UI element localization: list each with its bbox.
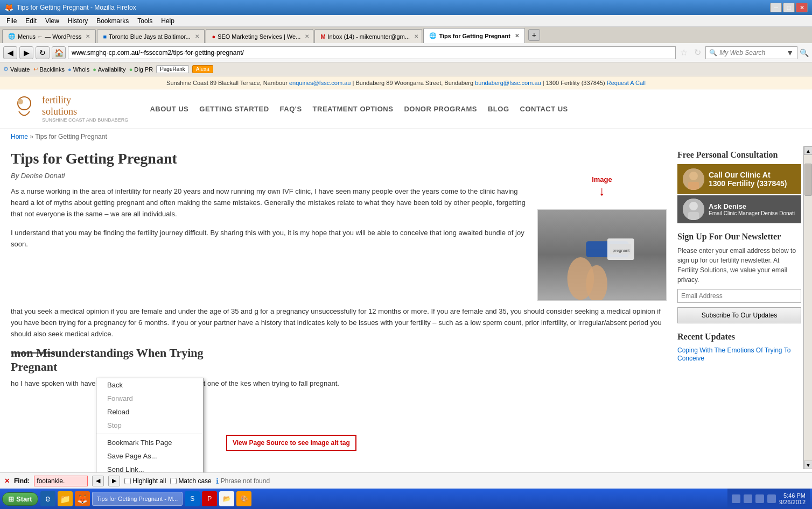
subscribe-button[interactable]: Subscribe To Our Updates bbox=[677, 307, 801, 323]
tab-icon: 🌐 bbox=[429, 32, 437, 39]
scroll-up-arrow[interactable]: ▲ bbox=[804, 146, 812, 155]
tab-seo[interactable]: ● SEO Marketing Services | We... ✕ bbox=[206, 29, 313, 43]
tab-close-icon[interactable]: ✕ bbox=[414, 33, 418, 39]
minimize-button[interactable]: ─ bbox=[770, 3, 782, 12]
search-engine-icon: 🔍 bbox=[709, 49, 717, 56]
tab-close-icon[interactable]: ✕ bbox=[86, 33, 90, 39]
pagerank-button[interactable]: PageRank bbox=[156, 65, 189, 73]
whois-label: Whois bbox=[73, 66, 90, 73]
tab-icon: ● bbox=[212, 33, 215, 40]
menu-edit[interactable]: Edit bbox=[21, 16, 41, 26]
nav-about[interactable]: ABOUT US bbox=[150, 105, 188, 113]
ctx-send-link[interactable]: Send Link... bbox=[96, 463, 203, 472]
breadcrumb-home[interactable]: Home bbox=[11, 133, 28, 140]
tray-icon-1[interactable] bbox=[732, 494, 740, 503]
search-input[interactable] bbox=[719, 49, 784, 56]
nav-blog[interactable]: BLOG bbox=[488, 105, 509, 113]
new-tab-button[interactable]: + bbox=[528, 29, 540, 41]
tray-network-icon[interactable] bbox=[755, 494, 764, 503]
ctx-reload[interactable]: Reload bbox=[96, 405, 203, 419]
find-next-button[interactable]: ▶ bbox=[108, 476, 120, 486]
call-label: Call Our Clinic At1300 Fertility (337845… bbox=[709, 171, 787, 188]
nav-contact[interactable]: CONTACT US bbox=[520, 105, 568, 113]
back-button[interactable]: ◀ bbox=[3, 46, 17, 59]
sidebar-recent-title: Recent Updates bbox=[677, 332, 801, 342]
firefox-icon: 🦊 bbox=[4, 3, 13, 12]
nav-getting-started[interactable]: GETTING STARTED bbox=[199, 105, 269, 113]
menu-help[interactable]: Help bbox=[157, 16, 179, 26]
refresh-icon[interactable]: ↻ bbox=[692, 47, 703, 58]
sidebar-ask-denise[interactable]: Ask Denise Email Clinic Manager Denise D… bbox=[677, 195, 801, 223]
tab-label: Menus ← — WordPress bbox=[18, 33, 81, 40]
taskbar-icon-3[interactable]: 📂 bbox=[219, 491, 234, 506]
logo-subtitle: SUNSHINE COAST AND BUNDABERG bbox=[42, 117, 128, 123]
taskbar-firefox-icon[interactable]: 🦊 bbox=[75, 491, 90, 506]
menu-file[interactable]: File bbox=[2, 16, 21, 26]
site-navigation: ABOUT US GETTING STARTED FAQ'S TREATMENT… bbox=[150, 105, 568, 113]
tab-close-icon[interactable]: ✕ bbox=[515, 33, 519, 39]
find-input[interactable] bbox=[34, 476, 88, 486]
search-go-button[interactable]: 🔍 bbox=[800, 48, 809, 57]
ctx-bookmark[interactable]: Bookmark This Page bbox=[96, 436, 203, 449]
digpr-button[interactable]: ● Dig PR bbox=[129, 66, 153, 73]
tray-icon-2[interactable] bbox=[744, 494, 752, 503]
taskbar-ie-icon[interactable]: e bbox=[40, 491, 55, 506]
sidebar-call-banner[interactable]: Call Our Clinic At1300 Fertility (337845… bbox=[677, 164, 801, 194]
nav-treatment[interactable]: TREATMENT OPTIONS bbox=[313, 105, 394, 113]
maximize-button[interactable]: □ bbox=[783, 3, 795, 12]
tab-bluejays[interactable]: ■ Toronto Blue Jays at Baltimor... ✕ bbox=[97, 29, 205, 43]
forward-button[interactable]: ▶ bbox=[19, 46, 33, 59]
home-button[interactable]: 🏠 bbox=[52, 46, 66, 59]
ask-denise-label: Ask Denise bbox=[709, 202, 795, 210]
nav-donor[interactable]: DONOR PROGRAMS bbox=[404, 105, 477, 113]
menu-view[interactable]: View bbox=[41, 16, 64, 26]
ctx-stop: Stop bbox=[96, 419, 203, 432]
start-button[interactable]: ⊞ Start bbox=[2, 492, 38, 506]
menu-tools[interactable]: Tools bbox=[133, 16, 157, 26]
email-address-input[interactable] bbox=[677, 289, 801, 303]
taskbar-window-label[interactable]: Tips for Getting Pregnant - M... bbox=[92, 492, 183, 506]
tray-volume-icon[interactable] bbox=[767, 494, 776, 503]
find-previous-button[interactable]: ◀ bbox=[92, 476, 104, 486]
taskbar-icon-4[interactable]: 🎨 bbox=[236, 491, 251, 506]
ctx-save-page[interactable]: Save Page As... bbox=[96, 449, 203, 463]
nav-faqs[interactable]: FAQ'S bbox=[280, 105, 302, 113]
taskbar-folder-icon[interactable]: 📁 bbox=[58, 491, 73, 506]
tab-pregnant[interactable]: 🌐 Tips for Getting Pregnant ✕ bbox=[423, 28, 524, 43]
address-input[interactable] bbox=[68, 46, 676, 59]
search-submit-icon[interactable]: ▼ bbox=[786, 48, 794, 57]
email2-link[interactable]: bundaberg@fssc.com.au bbox=[475, 80, 541, 86]
find-status-text: Phrase not found bbox=[221, 477, 270, 485]
ctx-back[interactable]: Back bbox=[96, 378, 203, 392]
reload-button[interactable]: ↻ bbox=[36, 46, 50, 59]
menu-bookmarks[interactable]: Bookmarks bbox=[92, 16, 133, 26]
menu-history[interactable]: History bbox=[64, 16, 92, 26]
tab-wordpress[interactable]: 🌐 Menus ← — WordPress ✕ bbox=[2, 29, 96, 43]
scroll-down-arrow[interactable]: ▼ bbox=[804, 461, 812, 469]
site-header: fertilitysolutions SUNSHINE COAST AND BU… bbox=[0, 89, 812, 129]
taskbar-icon-2[interactable]: P bbox=[202, 491, 217, 506]
close-button[interactable]: ✕ bbox=[796, 3, 808, 12]
email1-link[interactable]: enquiries@fssc.com.au bbox=[289, 80, 351, 86]
request-call-link[interactable]: Request A Call bbox=[607, 80, 646, 86]
find-highlight-all-label: Highlight all bbox=[124, 477, 166, 485]
recent-link-1[interactable]: Coping With The Emotions Of Trying To Co… bbox=[677, 347, 790, 362]
start-label: Start bbox=[16, 495, 32, 503]
find-close-icon[interactable]: ✕ bbox=[4, 477, 10, 485]
svg-point-10 bbox=[689, 172, 698, 180]
whois-button[interactable]: ● Whois bbox=[68, 66, 89, 73]
tab-close-icon[interactable]: ✕ bbox=[305, 33, 309, 39]
tab-inbox[interactable]: M Inbox (14) - mikemunter@gm... ✕ bbox=[314, 29, 422, 43]
availability-label: Availability bbox=[98, 66, 126, 73]
scroll-thumb[interactable] bbox=[804, 164, 812, 196]
backlinks-button[interactable]: ↩ Backlinks bbox=[33, 66, 65, 73]
taskbar-icon-1[interactable]: S bbox=[185, 491, 200, 506]
availability-button[interactable]: ● Availability bbox=[93, 66, 125, 73]
find-highlight-all-checkbox[interactable] bbox=[124, 478, 131, 484]
scrollbar[interactable]: ▲ ▼ bbox=[803, 146, 812, 469]
tab-close-icon[interactable]: ✕ bbox=[195, 33, 199, 39]
valuate-button[interactable]: ⚙ Valuate bbox=[3, 66, 30, 73]
find-match-case-checkbox[interactable] bbox=[170, 478, 177, 484]
alexa-button[interactable]: Alexa bbox=[192, 65, 213, 73]
bookmark-star-icon[interactable]: ☆ bbox=[678, 47, 690, 58]
